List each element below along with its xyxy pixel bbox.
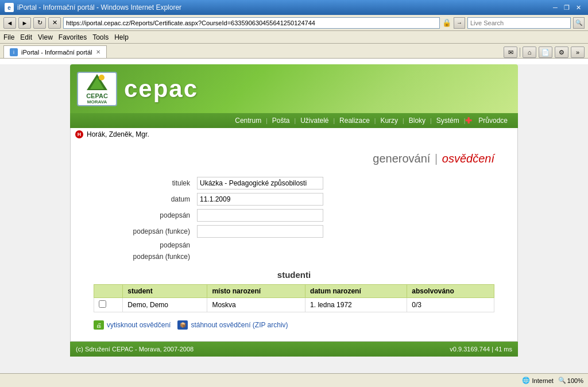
menu-favorites[interactable]: Favorites [59,33,87,41]
menu-bar: File Edit View Favorites Tools Help [0,31,588,44]
row-checkbox[interactable] [99,300,106,308]
tab-close-button[interactable]: ✕ [96,49,100,55]
menu-help[interactable]: Help [114,33,129,41]
tab-bar: i iPortal - Informační portál ✕ ✉ ⌂ 📄 ⚙ … [0,44,588,59]
forward-button[interactable]: ► [18,17,31,29]
menu-view[interactable]: View [38,33,53,41]
nav-pruvodce[interactable]: Průvodce [474,117,512,125]
email-button[interactable]: ✉ [504,47,517,58]
title-generovani: generování [373,152,430,165]
cepac-logo: CEPAC MORAVA [77,72,117,106]
logo-subtext: MORAVA [87,99,107,105]
page-button[interactable]: 📄 [539,47,552,58]
title-separator: | [435,152,438,165]
titulek-label: titulek [94,179,197,187]
col-absolvovano: absolvováno [407,285,494,298]
podepsan2-funkce-label: podepsán (funkce) [94,253,197,261]
tab-favicon: i [10,48,18,56]
zoom-badge: 🔍 100% [558,377,583,384]
students-table: student místo narození datum narození ab… [94,284,494,312]
zone-badge: 🌐 Internet [522,377,554,384]
titulek-input[interactable] [197,177,323,189]
form-row-podepsan: podepsán [94,209,494,222]
user-name: Horák, Zdeněk, Mgr. [87,130,149,138]
go-button[interactable]: → [454,17,465,29]
close-button[interactable]: ✕ [573,3,583,12]
menu-edit[interactable]: Edit [20,33,32,41]
col-misto: místo narození [207,285,305,298]
nav-posta[interactable]: Pošta [268,117,295,125]
main-content: generování | osvědčení titulek datum pod… [70,141,518,342]
site-header: CEPAC MORAVA cepac [70,64,518,113]
podepsan-funkce-input[interactable] [197,225,323,238]
user-icon: H [75,130,83,138]
row-student: Demo, Demo [123,298,207,312]
guide-cross-icon: ✚ [465,116,472,125]
row-datum: 1. ledna 1972 [305,298,407,312]
browser-icon: e [5,3,14,12]
active-tab[interactable]: i iPortal - Informační portál ✕ [3,45,107,58]
col-datum: datum narození [305,285,407,298]
zone-text: Internet [532,377,554,384]
search-input[interactable] [467,17,571,29]
footer-version: v0.9.3169.744 | 41 ms [450,346,512,353]
tab-label: iPortal - Informační portál [21,49,92,56]
page-background: CEPAC MORAVA cepac Centrum | Pošta | Uži… [0,64,588,373]
user-bar: H Horák, Zdeněk, Mgr. [70,128,518,141]
nav-system[interactable]: Systém [432,117,464,125]
back-button[interactable]: ◄ [3,17,16,29]
title-osvedceni: osvědčení [442,152,494,165]
nav-centrum[interactable]: Centrum [230,117,266,125]
nav-uzivatele[interactable]: Uživatelé [296,117,333,125]
form-row-podepsan-funkce: podepsán (funkce) [94,225,494,238]
home-button[interactable]: ⌂ [523,47,536,58]
stop-button[interactable]: ✕ [48,17,61,29]
lock-icon: 🔒 [442,18,451,27]
zoom-icon: 🔍 [558,377,566,384]
print-icon: 🖨 [94,320,104,330]
tools-button[interactable]: ⚙ [555,47,568,58]
nav-realizace[interactable]: Realizace [335,117,374,125]
students-section: studenti student místo narození datum na… [94,270,494,330]
table-header-row: student místo narození datum narození ab… [94,285,494,298]
download-button[interactable]: 📦 stáhnout osvědčení (ZIP archiv) [177,320,288,330]
print-button[interactable]: 🖨 vytisknout osvědčení [94,320,171,330]
col-checkbox [94,285,123,298]
podepsan-input[interactable] [197,209,323,222]
more-button[interactable]: » [571,47,585,58]
podepsan-funkce-label: podepsán (funkce) [94,227,197,235]
nav-bloky[interactable]: Bloky [404,117,430,125]
form-row-podepsan2: podepsán [94,241,494,249]
search-go-button[interactable]: 🔍 [573,17,585,29]
datum-label: datum [94,195,197,203]
nav-bar: Centrum | Pošta | Uživatelé | Realizace … [70,113,518,128]
restore-button[interactable]: ❐ [562,3,572,12]
toolbar-separator [520,48,520,57]
col-student: student [123,285,207,298]
menu-tools[interactable]: Tools [92,33,109,41]
menu-file[interactable]: File [3,33,14,41]
site-footer: (c) Sdružení CEPAC - Morava, 2007-2008 v… [70,342,518,357]
nav-guide[interactable]: ✚ Průvodce [465,116,512,125]
refresh-button[interactable]: ↻ [33,17,46,29]
url-input[interactable] [63,17,440,29]
podepsan-label: podepsán [94,211,197,219]
form-row-titulek: titulek [94,177,494,189]
row-absolvovano: 0/3 [407,298,494,312]
row-checkbox-cell[interactable] [94,298,123,312]
print-label: vytisknout osvědčení [107,321,171,329]
logo-text: CEPAC [86,92,108,99]
students-title: studenti [94,270,494,280]
minimize-button[interactable]: ─ [550,3,560,12]
datum-input[interactable] [197,193,323,206]
nav-kurzy[interactable]: Kurzy [376,117,403,125]
globe-icon: 🌐 [522,377,530,384]
table-row: Demo, Demo Moskva 1. ledna 1972 0/3 [94,298,494,312]
status-bar: 🌐 Internet 🔍 100% [0,373,588,387]
footer-copyright: (c) Sdružení CEPAC - Morava, 2007-2008 [76,346,194,353]
actions-row: 🖨 vytisknout osvědčení 📦 stáhnout osvědč… [94,320,494,330]
certificate-form: titulek datum podepsán podepsán (funkce)… [94,177,494,261]
zoom-level: 100% [567,377,583,384]
zip-icon: 📦 [177,320,188,330]
form-row-datum: datum [94,193,494,206]
